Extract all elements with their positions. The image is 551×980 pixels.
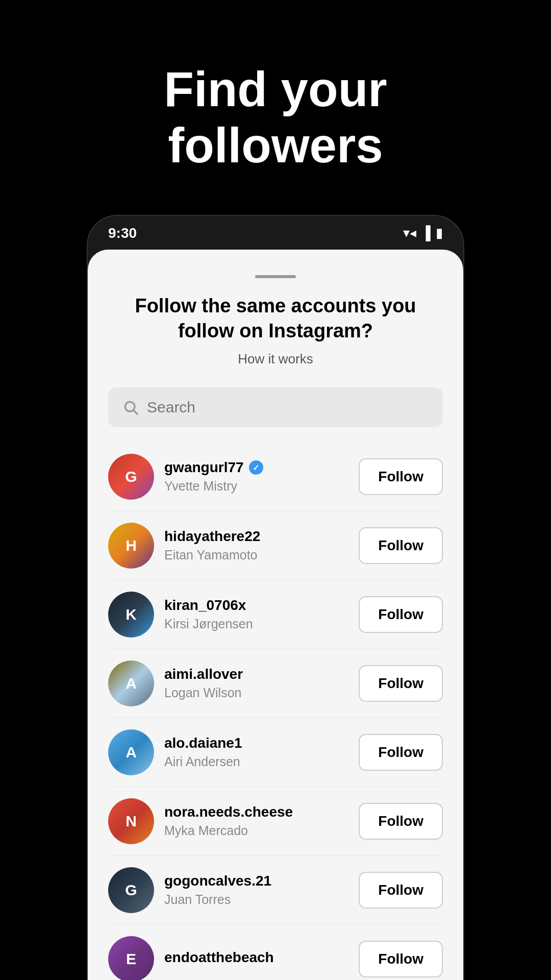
display-name: Eitan Yamamoto [164,548,348,562]
display-name: Yvette Mistry [164,479,348,494]
username: kiran_0706x [164,597,246,614]
avatar: A [108,729,154,775]
username: gwangurl77 [164,459,244,476]
user-info: hidayathere22Eitan Yamamoto [164,528,348,562]
search-bar[interactable] [108,387,443,427]
user-info: aimi.alloverLogan Wilson [164,666,348,700]
list-item: Aalo.daiane1Airi AndersenFollow [108,718,443,787]
phone-device: 9:30 ▾◂ ▐ ▮ Follow the same accounts you… [87,215,464,980]
follow-button[interactable]: Follow [359,803,443,840]
search-icon [122,399,139,415]
avatar: A [108,660,154,706]
avatar: H [108,523,154,569]
signal-icon: ▐ [421,225,431,241]
search-input[interactable] [147,399,429,416]
follow-button[interactable]: Follow [359,527,443,564]
phone-content: Follow the same accounts you follow on I… [88,250,463,980]
username-row: kiran_0706x [164,597,348,614]
hero-title: Find your followers [41,61,510,174]
user-list: Ggwangurl77Yvette MistryFollowHhidayathe… [108,443,443,980]
username-row: endoatthebeach [164,949,348,966]
battery-icon: ▮ [436,225,443,241]
username-row: nora.needs.cheese [164,804,348,820]
username: endoatthebeach [164,949,274,966]
svg-line-1 [134,410,137,414]
username: gogoncalves.21 [164,873,271,889]
username-row: gwangurl77 [164,459,348,476]
user-info: gogoncalves.21Juan Torres [164,873,348,907]
avatar: G [108,867,154,913]
list-item: Aaimi.alloverLogan WilsonFollow [108,649,443,718]
username: alo.daiane1 [164,735,242,751]
follow-button[interactable]: Follow [359,458,443,495]
status-time: 9:30 [108,225,137,241]
display-name: Juan Torres [164,892,348,907]
avatar: E [108,936,154,980]
username: nora.needs.cheese [164,804,293,820]
list-item: Hhidayathere22Eitan YamamotoFollow [108,511,443,580]
user-info: alo.daiane1Airi Andersen [164,735,348,769]
avatar: G [108,454,154,500]
username-row: alo.daiane1 [164,735,348,751]
username-row: aimi.allover [164,666,348,682]
list-item: Nnora.needs.cheeseMyka MercadoFollow [108,787,443,856]
follow-button[interactable]: Follow [359,734,443,771]
follow-button[interactable]: Follow [359,872,443,909]
list-item: EendoatthebeachFollow [108,925,443,980]
status-icons: ▾◂ ▐ ▮ [403,225,443,241]
follow-button[interactable]: Follow [359,665,443,702]
page-header: Follow the same accounts you follow on I… [108,293,443,367]
display-name: Myka Mercado [164,823,348,838]
status-bar: 9:30 ▾◂ ▐ ▮ [88,216,463,247]
username-row: gogoncalves.21 [164,873,348,889]
username: aimi.allover [164,666,243,682]
avatar: K [108,592,154,638]
user-info: gwangurl77Yvette Mistry [164,459,348,494]
user-info: nora.needs.cheeseMyka Mercado [164,804,348,838]
follow-button[interactable]: Follow [359,941,443,977]
display-name: Logan Wilson [164,685,348,700]
wifi-icon: ▾◂ [403,225,416,241]
list-item: Kkiran_0706xKirsi JørgensenFollow [108,580,443,649]
user-info: kiran_0706xKirsi Jørgensen [164,597,348,631]
display-name: Kirsi Jørgensen [164,617,348,631]
display-name: Airi Andersen [164,754,348,769]
verified-badge [249,460,263,475]
avatar: N [108,798,154,844]
how-it-works-link[interactable]: How it works [108,351,443,367]
username: hidayathere22 [164,528,260,545]
hero-section: Find your followers [0,0,551,215]
list-item: Ggwangurl77Yvette MistryFollow [108,443,443,511]
list-item: Ggogoncalves.21Juan TorresFollow [108,856,443,925]
user-info: endoatthebeach [164,949,348,969]
page-title: Follow the same accounts you follow on I… [108,293,443,344]
follow-button[interactable]: Follow [359,596,443,633]
drag-handle [255,275,296,278]
username-row: hidayathere22 [164,528,348,545]
